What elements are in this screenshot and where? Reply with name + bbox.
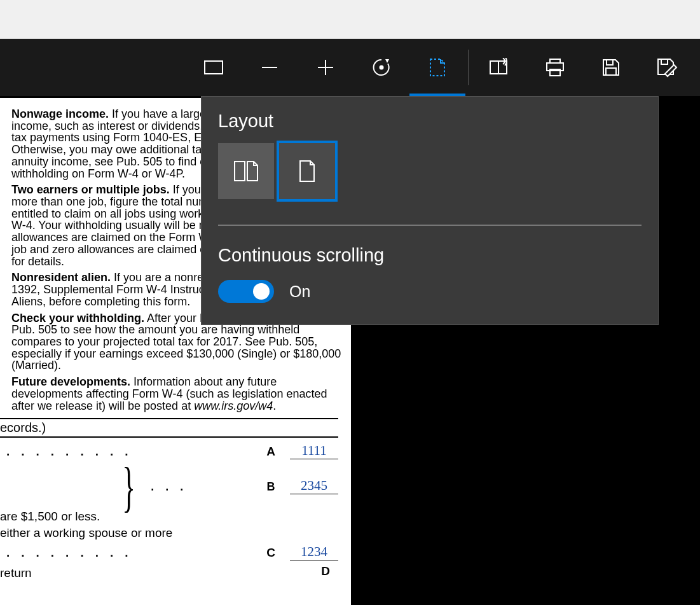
- curly-brace-icon: }: [122, 467, 135, 506]
- continuous-scrolling-row: On: [218, 280, 642, 303]
- save-icon: [601, 58, 621, 77]
- row-value-b[interactable]: 2345: [290, 479, 338, 494]
- worksheet-text-spouse: either a working spouse or more: [0, 527, 345, 539]
- rotate-icon: [371, 57, 392, 78]
- row-label-c: C: [258, 546, 284, 559]
- fit-width-icon: [203, 60, 224, 75]
- continuous-scrolling-toggle[interactable]: [218, 280, 274, 303]
- leader-dots: .........: [0, 546, 140, 559]
- window-titlebar-area: [0, 0, 700, 39]
- row-label-a: A: [258, 445, 284, 458]
- row-label-d: D: [313, 565, 338, 578]
- continuous-scrolling-title: Continuous scrolling: [218, 245, 642, 266]
- worksheet-text-less: are $1,500 or less.: [0, 510, 345, 523]
- svg-rect-8: [607, 60, 613, 65]
- layout-popup: Layout Continuous scrolling: [201, 96, 659, 325]
- read-aloud-icon: [488, 58, 510, 77]
- worksheet-row-a: ......... A 1111: [0, 444, 338, 459]
- svg-rect-11: [235, 162, 245, 181]
- row-value-c[interactable]: 1234: [290, 545, 338, 560]
- fit-width-button[interactable]: [186, 39, 242, 96]
- save-button[interactable]: [583, 39, 639, 96]
- toolbar-inner: [186, 39, 695, 96]
- single-page-layout-icon: [298, 160, 317, 183]
- svg-point-4: [380, 66, 383, 69]
- zoom-in-icon: [315, 57, 336, 78]
- pdf-viewer: Nonwage income. If you have a large amou…: [0, 39, 700, 605]
- zoom-in-button[interactable]: [298, 39, 353, 96]
- worksheet-row-c: ......... C 1234: [0, 545, 338, 560]
- print-button[interactable]: [527, 39, 583, 96]
- toolbar-divider: [468, 50, 469, 85]
- read-aloud-button[interactable]: [471, 39, 527, 96]
- paragraph-future-developments: Future developments. Information about a…: [11, 376, 345, 412]
- layout-option-two-page[interactable]: [218, 143, 274, 199]
- svg-rect-10: [661, 59, 668, 64]
- save-as-button[interactable]: [639, 39, 695, 96]
- svg-rect-0: [205, 61, 223, 74]
- layout-options: [218, 143, 642, 199]
- layout-button[interactable]: [409, 39, 465, 96]
- row-label-b: B: [258, 481, 284, 493]
- popup-divider: [218, 225, 642, 226]
- toggle-knob: [253, 283, 270, 300]
- continuous-scrolling-state: On: [289, 282, 310, 301]
- leader-dots: ...: [144, 481, 195, 493]
- two-page-layout-icon: [233, 160, 259, 182]
- svg-rect-9: [606, 68, 616, 75]
- leader-dots: .........: [0, 445, 140, 458]
- layout-icon: [428, 57, 447, 78]
- print-icon: [545, 58, 565, 77]
- pdf-toolbar: [0, 39, 700, 96]
- worksheet-header: ecords.): [0, 418, 338, 438]
- zoom-out-icon: [259, 57, 280, 78]
- worksheet-row-d: return D: [0, 563, 338, 580]
- save-as-icon: [656, 57, 678, 78]
- layout-option-single-page[interactable]: [279, 143, 335, 199]
- zoom-out-button[interactable]: [242, 39, 298, 96]
- layout-popup-title: Layout: [218, 111, 642, 132]
- worksheet-row-b: } ... B 2345: [0, 467, 338, 506]
- worksheet-text-return: return: [0, 567, 32, 580]
- rotate-button[interactable]: [353, 39, 409, 96]
- row-value-a[interactable]: 1111: [290, 444, 338, 459]
